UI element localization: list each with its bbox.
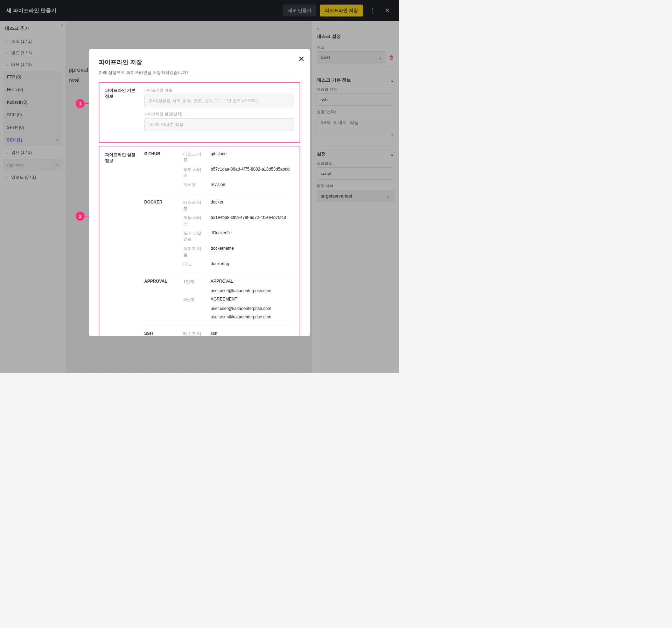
block-title-approval: APPROVAL: [144, 279, 176, 319]
modal-subtitle: 아래 설정으로 파이프라인을 저장하시겠습니까?: [99, 70, 300, 76]
basic-info-label: 파이프라인 기본 정보: [105, 88, 137, 131]
annotation-marker-2: 2: [76, 212, 85, 221]
pipeline-desc-label: 파이프라인 설명(선택): [144, 111, 294, 117]
settings-ssh: SSH 태스크 이름ssh 스크립트script 타겟 서버53bd965d-8…: [144, 331, 294, 336]
pipeline-name-label: 파이프라인 이름: [144, 88, 294, 93]
settings-github: GITHUB 태스크 이름git-clone 외부 서비스b57c1daa-86…: [144, 151, 294, 194]
save-pipeline-modal: ✕ 파이프라인 저장 아래 설정으로 파이프라인을 저장하시겠습니까? 파이프라…: [89, 49, 310, 336]
settings-info-label: 파이프라인 설정 정보: [105, 151, 137, 336]
settings-docker: DOCKER 태스크 이름docker 외부 서비스a21e4bb8-cfbb-…: [144, 200, 294, 273]
settings-approval: APPROVAL 1단계APPROVAL user.user@kakaoente…: [144, 279, 294, 325]
block-title-docker: DOCKER: [144, 200, 176, 267]
modal-basic-info-box: 파이프라인 기본 정보 파이프라인 이름 파이프라인 설명(선택): [99, 82, 300, 143]
pipeline-name-input[interactable]: [144, 95, 294, 107]
modal-settings-box: 파이프라인 설정 정보 GITHUB 태스크 이름git-clone 외부 서비…: [99, 146, 300, 336]
block-title-ssh: SSH: [144, 331, 176, 336]
block-title-github: GITHUB: [144, 151, 176, 188]
modal-overlay: 1 2 ✕ 파이프라인 저장 아래 설정으로 파이프라인을 저장하시겠습니까? …: [0, 0, 399, 373]
pipeline-desc-input[interactable]: [144, 118, 294, 131]
modal-close-icon[interactable]: ✕: [298, 55, 304, 64]
modal-title: 파이프라인 저장: [99, 58, 300, 66]
annotation-marker-1: 1: [76, 99, 85, 108]
